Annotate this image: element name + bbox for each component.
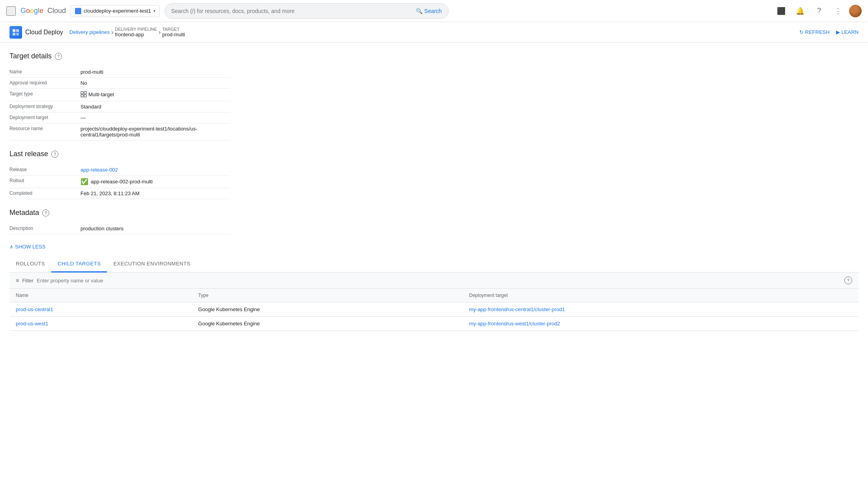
help-button[interactable]: ? [811, 3, 827, 19]
user-avatar[interactable] [849, 5, 862, 17]
tab-child-targets[interactable]: CHILD TARGETS [51, 256, 107, 273]
field-value-approval: No [80, 78, 230, 89]
field-label-name: Name [9, 67, 80, 78]
target-details-help-icon[interactable]: ? [55, 53, 62, 60]
field-label-rollout: Rollout [9, 175, 80, 188]
field-value-name: prod-multi [80, 67, 230, 78]
table-row: Approval required No [9, 78, 230, 89]
field-label-description: Description [9, 223, 80, 234]
cell-deployment-2: my-app-frontend/us-west1/cluster-prod2 [463, 317, 859, 331]
field-label-resource-name: Resource name [9, 123, 80, 140]
table-row: prod-us-central1 Google Kubernetes Engin… [9, 302, 859, 317]
field-value-resource-name: projects/clouddeploy-experiment-test1/lo… [80, 123, 230, 140]
refresh-button[interactable]: ↻ REFRESH [799, 29, 830, 35]
help-icon: ? [817, 7, 821, 15]
metadata-help-icon[interactable]: ? [42, 209, 49, 217]
field-value-completed: Feb 21, 2023, 8:11:23 AM [80, 188, 230, 199]
table-row: Resource name projects/clouddeploy-exper… [9, 123, 230, 140]
cell-name-2: prod-us-west1 [9, 317, 192, 331]
svg-rect-5 [84, 91, 86, 94]
child-targets-table: Name Type Deployment target prod-us-cent… [9, 289, 859, 331]
product-name: Cloud Deploy [25, 29, 63, 36]
field-label-deployment-strategy: Deployment strategy [9, 101, 80, 112]
multi-target-badge: Multi-target [80, 91, 114, 97]
filter-bar: ≡ Filter ? [9, 273, 859, 289]
metadata-table: Description production clusters [9, 223, 230, 234]
deployment-link-central1[interactable]: my-app-frontend/us-central1/cluster-prod… [469, 306, 565, 312]
show-less-button[interactable]: ∧ SHOW LESS [9, 244, 45, 250]
search-icon: 🔍 [416, 8, 423, 14]
cloud-deploy-icon [9, 26, 22, 39]
project-name: clouddeploy-experiment-test1 [84, 8, 151, 14]
cell-deployment-1: my-app-frontend/us-central1/cluster-prod… [463, 302, 859, 317]
target-details-title: Target details ? [9, 52, 859, 60]
tab-rollouts[interactable]: ROLLOUTS [9, 256, 51, 273]
svg-rect-4 [81, 91, 83, 94]
more-icon: ⋮ [834, 7, 842, 15]
target-link-central1[interactable]: prod-us-central1 [16, 306, 53, 312]
search-bar[interactable]: 🔍 Search [165, 3, 449, 19]
tabs: ROLLOUTS CHILD TARGETS EXECUTION ENVIRON… [9, 256, 859, 272]
col-header-type: Type [192, 289, 463, 302]
notifications-button[interactable]: 🔔 [792, 3, 808, 19]
field-value-rollout: ✅ app-release-002-prod-multi [80, 175, 230, 188]
filter-input[interactable] [37, 278, 841, 284]
breadcrumb-pipeline-value: frontend-app [115, 32, 157, 37]
main-content: Target details ? Name prod-multi Approva… [0, 43, 868, 340]
breadcrumb: Delivery pipelines › DELIVERY PIPELINE f… [69, 27, 185, 37]
project-selector[interactable]: clouddeploy-experiment-test1 ▾ [71, 5, 160, 17]
field-label-target-type: Target type [9, 89, 80, 101]
field-label-deployment-target: Deployment target [9, 112, 80, 123]
last-release-table: Release app-release-002 Rollout ✅ app-re… [9, 164, 230, 199]
field-value-target-type: Multi-target [80, 89, 230, 101]
breadcrumb-target: TARGET prod-multi [162, 27, 185, 37]
table-row: Target type Multi-target [9, 89, 230, 101]
last-release-title-text: Last release [9, 150, 48, 158]
breadcrumb-pipeline: DELIVERY PIPELINE frontend-app [115, 27, 157, 37]
svg-rect-2 [13, 33, 15, 35]
cell-name-1: prod-us-central1 [9, 302, 192, 317]
breadcrumb-sep-2: › [159, 29, 161, 36]
bell-icon: 🔔 [796, 7, 804, 15]
last-release-title: Last release ? [9, 150, 859, 158]
release-link[interactable]: app-release-002 [80, 167, 118, 173]
field-label-release: Release [9, 164, 80, 175]
filter-help-icon[interactable]: ? [844, 276, 852, 284]
breadcrumb-delivery-pipelines[interactable]: Delivery pipelines [69, 29, 110, 35]
svg-rect-3 [16, 33, 19, 35]
success-icon: ✅ [80, 178, 88, 185]
field-value-description: production clusters [80, 223, 230, 234]
menu-button[interactable] [6, 6, 16, 16]
breadcrumb-target-value: prod-multi [162, 32, 185, 37]
learn-button[interactable]: ▶ LEARN [836, 29, 859, 35]
target-link-west1[interactable]: prod-us-west1 [16, 321, 48, 327]
google-cloud-logo[interactable]: Google Cloud [21, 7, 66, 15]
project-icon [75, 8, 81, 14]
field-label-approval: Approval required [9, 78, 80, 89]
field-value-deployment-target: — [80, 112, 230, 123]
table-row: Deployment target — [9, 112, 230, 123]
learn-label: LEARN [842, 29, 859, 35]
multi-target-text: Multi-target [88, 91, 114, 97]
deployment-link-west1[interactable]: my-app-frontend/us-west1/cluster-prod2 [469, 321, 560, 327]
cell-type-2: Google Kubernetes Engine [192, 317, 463, 331]
search-button[interactable]: 🔍 Search [416, 8, 441, 14]
cell-type-1: Google Kubernetes Engine [192, 302, 463, 317]
search-input[interactable] [171, 8, 416, 14]
filter-label: Filter [22, 278, 34, 284]
svg-rect-6 [81, 95, 83, 97]
filter-icon: ≡ [16, 277, 19, 284]
multi-target-icon [80, 91, 87, 97]
table-row: Completed Feb 21, 2023, 8:11:23 AM [9, 188, 230, 199]
target-details-table: Name prod-multi Approval required No Tar… [9, 67, 230, 140]
table-row: Deployment strategy Standard [9, 101, 230, 112]
field-value-release: app-release-002 [80, 164, 230, 175]
breadcrumb-pipeline-label: DELIVERY PIPELINE [115, 27, 157, 32]
tab-execution-environments[interactable]: EXECUTION ENVIRONMENTS [107, 256, 196, 273]
product-logo: Cloud Deploy [9, 26, 63, 39]
more-options-button[interactable]: ⋮ [830, 3, 846, 19]
field-value-deployment-strategy: Standard [80, 101, 230, 112]
svg-rect-1 [16, 29, 19, 32]
last-release-help-icon[interactable]: ? [51, 151, 58, 158]
terminal-button[interactable]: ⬛ [773, 3, 789, 19]
